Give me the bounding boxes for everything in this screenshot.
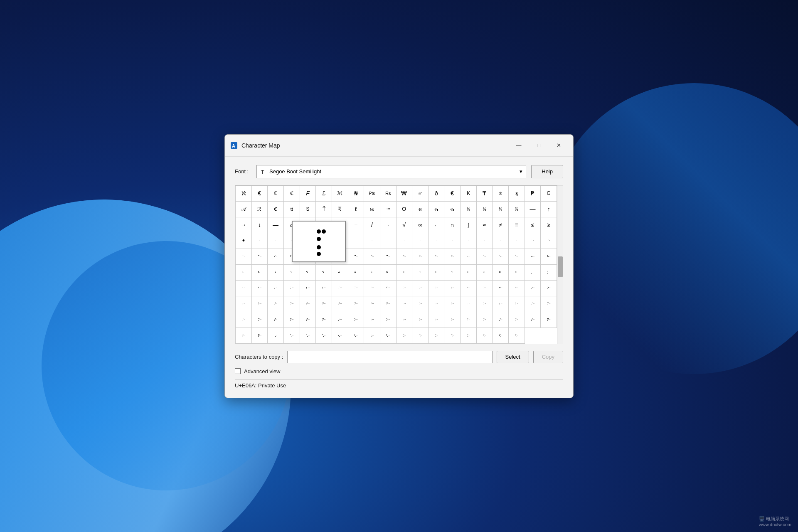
- char-cell[interactable]: ⡹··: [477, 312, 493, 328]
- char-cell[interactable]: ⡜··: [332, 296, 348, 312]
- char-cell[interactable]: ⡋··: [380, 281, 397, 296]
- char-cell[interactable]: ·: [429, 233, 445, 249]
- char-cell[interactable]: ⡣··: [444, 296, 461, 312]
- char-cell[interactable]: ⠜··: [397, 249, 413, 265]
- char-cell[interactable]: tt: [284, 202, 300, 217]
- char-cell[interactable]: →: [236, 217, 252, 233]
- char-cell[interactable]: —: [525, 202, 541, 217]
- char-cell[interactable]: ⡺··: [493, 312, 509, 328]
- char-cell[interactable]: ⢉··: [412, 328, 429, 344]
- char-cell[interactable]: ⢎··: [493, 328, 509, 344]
- char-cell[interactable]: ⠭··: [348, 265, 365, 281]
- char-cell[interactable]: ·: [252, 233, 268, 249]
- char-cell[interactable]: ⡇··: [316, 281, 332, 296]
- char-cell[interactable]: —: [268, 217, 284, 233]
- char-cell[interactable]: ⠮··: [364, 265, 380, 281]
- char-cell[interactable]: ⡼··: [525, 312, 541, 328]
- char-cell[interactable]: £: [316, 186, 332, 202]
- scrollbar-thumb[interactable]: [558, 256, 563, 277]
- char-cell[interactable]: ⠓··: [252, 249, 268, 265]
- char-cell[interactable]: ⠂·: [525, 233, 541, 249]
- font-dropdown[interactable]: T Segoe Boot Semilight ▾: [256, 165, 526, 178]
- char-cell[interactable]: ∫: [461, 217, 477, 233]
- char-cell[interactable]: −: [348, 217, 365, 233]
- char-cell[interactable]: ⡍··: [412, 281, 429, 296]
- char-cell[interactable]: ⠚··: [364, 249, 380, 265]
- char-cell[interactable]: ·: [348, 233, 365, 249]
- char-cell-zoomed[interactable]: ⠪: [300, 233, 316, 249]
- char-cell[interactable]: ⠩··: [284, 265, 300, 281]
- char-cell[interactable]: /: [364, 217, 380, 233]
- char-cell[interactable]: ⡮··: [300, 312, 316, 328]
- char-cell[interactable]: ⠝··: [412, 249, 429, 265]
- char-cell[interactable]: ⅛: [461, 202, 477, 217]
- char-cell[interactable]: ⡄··: [268, 281, 284, 296]
- char-cell[interactable]: ℓ: [348, 202, 365, 217]
- char-cell[interactable]: ₹: [332, 202, 348, 217]
- char-cell[interactable]: ⡒··: [493, 281, 509, 296]
- char-cell[interactable]: ⠑·: [541, 233, 557, 249]
- char-cell[interactable]: ⡎··: [429, 281, 445, 296]
- char-cell[interactable]: ⡉··: [348, 281, 365, 296]
- char-cell[interactable]: F: [300, 186, 316, 202]
- char-cell[interactable]: ⡿··: [252, 328, 268, 344]
- char-cell[interactable]: ₦: [348, 186, 365, 202]
- char-cell[interactable]: ₸: [477, 186, 493, 202]
- char-cell[interactable]: ⠨··: [268, 265, 284, 281]
- char-cell[interactable]: ⠣··: [509, 249, 525, 265]
- char-cell[interactable]: ⠰··: [397, 265, 413, 281]
- char-cell[interactable]: ℭ: [268, 202, 284, 217]
- char-cell[interactable]: ·: [268, 233, 284, 249]
- char-cell[interactable]: ⢃··: [316, 328, 332, 344]
- char-cell[interactable]: ⠴··: [461, 265, 477, 281]
- char-cell[interactable]: ⡆··: [300, 281, 316, 296]
- char-cell[interactable]: ⡩··: [541, 296, 557, 312]
- char-cell[interactable]: ℵ: [236, 186, 252, 202]
- char-cell[interactable]: ð: [429, 186, 445, 202]
- char-cell[interactable]: ⡏··: [444, 281, 461, 296]
- char-cell[interactable]: ⡧··: [509, 296, 525, 312]
- char-cell[interactable]: ⡯··: [316, 312, 332, 328]
- char-cell[interactable]: ⡃··: [252, 281, 268, 296]
- char-cell[interactable]: ℂ: [268, 186, 284, 202]
- char-cell[interactable]: ⡰··: [332, 312, 348, 328]
- char-cell[interactable]: G: [541, 186, 557, 202]
- char-cell[interactable]: ℳ: [332, 186, 348, 202]
- char-cell[interactable]: ⠤··: [525, 249, 541, 265]
- char-cell[interactable]: ⡳··: [380, 312, 397, 328]
- char-cell[interactable]: ⡤··: [461, 296, 477, 312]
- char-cell[interactable]: ⠪··: [300, 265, 316, 281]
- char-cell[interactable]: ⢆··: [364, 328, 380, 344]
- char-cell[interactable]: ⠥··: [541, 249, 557, 265]
- char-cell[interactable]: ·: [397, 233, 413, 249]
- char-cell[interactable]: ≠: [493, 217, 509, 233]
- char-cell[interactable]: √: [397, 217, 413, 233]
- char-cell[interactable]: €: [444, 186, 461, 202]
- advanced-view-checkbox[interactable]: [235, 368, 241, 374]
- char-cell[interactable]: ⡁··: [541, 265, 557, 281]
- char-cell[interactable]: ⌐: [429, 217, 445, 233]
- char-cell[interactable]: ⡱··: [348, 312, 365, 328]
- char-cell[interactable]: ⡊··: [364, 281, 380, 296]
- char-cell[interactable]: ⡶··: [429, 312, 445, 328]
- char-cell[interactable]: ⡌··: [397, 281, 413, 296]
- char-cell[interactable]: ⡨··: [525, 296, 541, 312]
- char-cell[interactable]: ⢇··: [380, 328, 397, 344]
- char-cell[interactable]: ⠲··: [429, 265, 445, 281]
- char-cell[interactable]: ⡾··: [236, 328, 252, 344]
- char-cell[interactable]: T̄: [316, 202, 332, 217]
- char-cell[interactable]: ⢀··: [268, 328, 284, 344]
- char-cell[interactable]: ∩: [444, 217, 461, 233]
- char-cell[interactable]: ⡥··: [477, 296, 493, 312]
- char-cell[interactable]: ⡈··: [332, 281, 348, 296]
- select-button[interactable]: Select: [497, 351, 529, 363]
- char-cell[interactable]: ⠢··: [493, 249, 509, 265]
- char-cell[interactable]: ⠶··: [493, 265, 509, 281]
- char-cell[interactable]: ⅔: [444, 202, 461, 217]
- char-cell[interactable]: ㎡: [412, 186, 429, 202]
- char-cell[interactable]: ⡘··: [268, 296, 284, 312]
- char-cell[interactable]: ∞: [412, 217, 429, 233]
- char-cell[interactable]: ⡠··: [397, 296, 413, 312]
- char-cell[interactable]: ⢄··: [332, 328, 348, 344]
- char-cell[interactable]: ™: [380, 202, 397, 217]
